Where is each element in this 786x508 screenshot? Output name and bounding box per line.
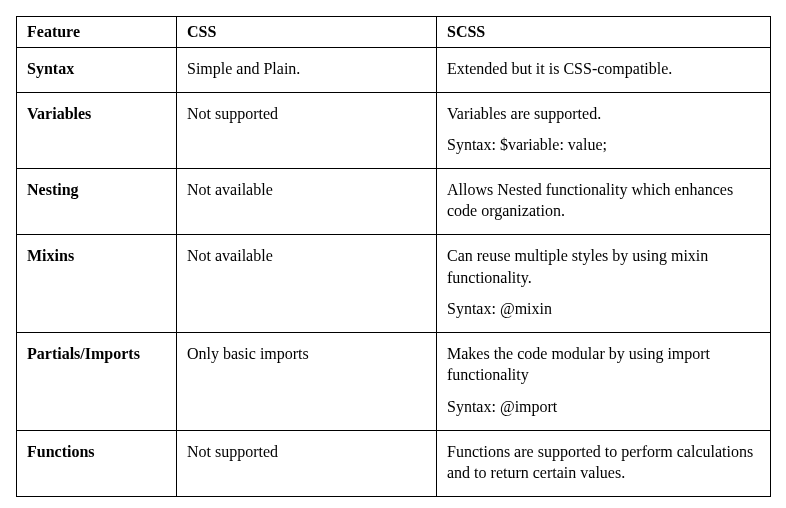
scss-cell: Extended but it is CSS-compatible. bbox=[437, 48, 771, 93]
table-row: Syntax Simple and Plain. Extended but it… bbox=[17, 48, 771, 93]
table-row: Variables Not supported Variables are su… bbox=[17, 92, 771, 168]
css-cell: Simple and Plain. bbox=[177, 48, 437, 93]
feature-cell: Variables bbox=[17, 92, 177, 168]
header-css: CSS bbox=[177, 17, 437, 48]
table-row: Partials/Imports Only basic imports Make… bbox=[17, 332, 771, 430]
table-row: Mixins Not available Can reuse multiple … bbox=[17, 234, 771, 332]
css-cell: Not supported bbox=[177, 92, 437, 168]
table-row: Functions Not supported Functions are su… bbox=[17, 430, 771, 496]
css-cell: Only basic imports bbox=[177, 332, 437, 430]
header-scss: SCSS bbox=[437, 17, 771, 48]
header-feature: Feature bbox=[17, 17, 177, 48]
css-cell: Not available bbox=[177, 234, 437, 332]
css-cell: Not supported bbox=[177, 430, 437, 496]
feature-cell: Mixins bbox=[17, 234, 177, 332]
scss-cell: Functions are supported to perform calcu… bbox=[437, 430, 771, 496]
feature-cell: Functions bbox=[17, 430, 177, 496]
table-row: Nesting Not available Allows Nested func… bbox=[17, 168, 771, 234]
feature-cell: Partials/Imports bbox=[17, 332, 177, 430]
scss-cell: Variables are supported. Syntax: $variab… bbox=[437, 92, 771, 168]
comparison-table: Feature CSS SCSS Syntax Simple and Plain… bbox=[16, 16, 771, 497]
scss-cell: Makes the code modular by using import f… bbox=[437, 332, 771, 430]
scss-cell: Allows Nested functionality which enhanc… bbox=[437, 168, 771, 234]
feature-cell: Syntax bbox=[17, 48, 177, 93]
css-cell: Not available bbox=[177, 168, 437, 234]
table-header-row: Feature CSS SCSS bbox=[17, 17, 771, 48]
scss-cell: Can reuse multiple styles by using mixin… bbox=[437, 234, 771, 332]
feature-cell: Nesting bbox=[17, 168, 177, 234]
